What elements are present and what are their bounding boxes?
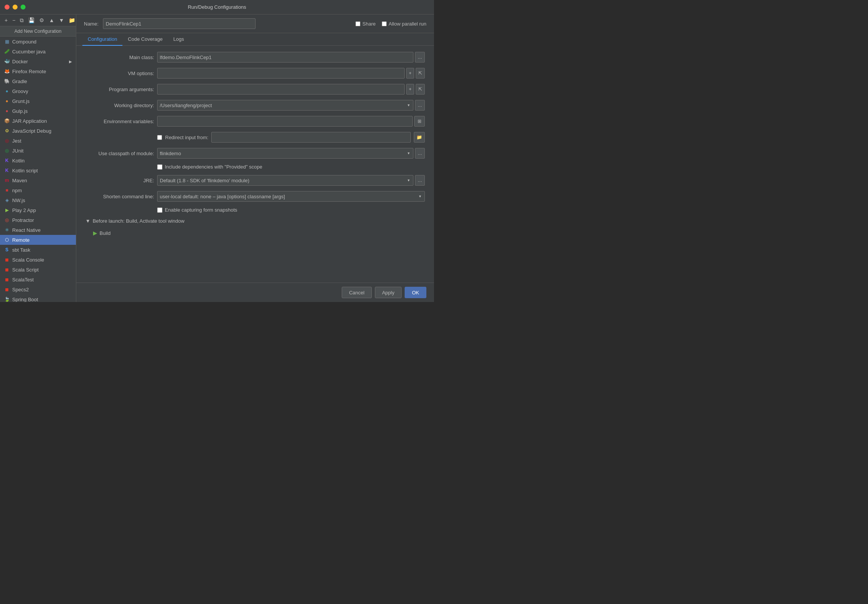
sidebar-item-docker[interactable]: 🐳 Docker ▶ [0,56,76,66]
include-deps-label[interactable]: Include dependencies with "Provided" sco… [157,164,262,170]
classpath-select[interactable]: flinkdemo [157,148,413,159]
env-vars-edit-btn[interactable]: ⊞ [414,116,425,127]
sidebar-item-play2[interactable]: ▶ Play 2 App [0,205,76,215]
cucumber-icon: 🥒 [4,48,10,55]
minimize-button[interactable] [13,5,18,10]
sidebar-item-groovy[interactable]: ● Groovy [0,86,76,96]
remove-config-btn[interactable]: − [11,17,17,24]
jar-icon: 📦 [4,118,10,124]
sidebar-item-label: Docker [12,59,28,64]
config-name-input[interactable] [103,18,256,29]
classpath-browse-btn[interactable]: … [415,148,425,159]
before-launch-toggle[interactable]: ▼ [85,218,90,224]
sidebar-item-label: Kotlin [12,158,25,164]
sidebar-item-scalaconsole[interactable]: ◼ Scala Console [0,255,76,265]
specs2-icon: ◼ [4,286,10,292]
maximize-button[interactable] [21,5,26,10]
working-dir-browse-btn[interactable]: … [415,100,425,111]
sidebar-item-kotlinscript[interactable]: K Kotlin script [0,165,76,175]
sidebar-item-specs2[interactable]: ◼ Specs2 [0,284,76,294]
main-class-browse-btn[interactable]: … [415,52,425,63]
sidebar-item-label: Gulp.js [12,108,27,114]
sidebar-item-grunt[interactable]: ● Grunt.js [0,96,76,106]
snapshots-checkbox[interactable] [157,207,162,213]
sidebar-item-protractor[interactable]: ◎ Protractor [0,215,76,225]
shorten-select[interactable]: user-local default: none – java [options… [157,191,425,202]
sidebar-item-label: Scala Console [12,257,44,263]
sidebar-item-react[interactable]: ⚛ React Native [0,225,76,235]
form-area: Main class: … VM options: + ⇱ Program ar… [76,46,434,283]
redirect-label: Redirect input from: [165,135,208,140]
sidebar-item-junit[interactable]: ◎ JUnit [0,146,76,156]
sidebar-item-maven[interactable]: m Maven [0,175,76,185]
jre-label: JRE: [85,178,154,183]
sidebar-item-jsdebug[interactable]: ⚙ JavaScript Debug [0,126,76,136]
tab-configuration[interactable]: Configuration [82,33,122,46]
vm-browse-btn[interactable]: ⇱ [416,68,425,79]
build-icon: ▶ [93,230,97,236]
sidebar-item-label: Grunt.js [12,98,30,104]
program-args-row: Program arguments: + ⇱ [85,84,425,95]
settings-btn[interactable]: ⚙ [38,17,46,24]
sidebar-item-nw[interactable]: ◈ NW.js [0,195,76,205]
classpath-row: Use classpath of module: flinkdemo … [85,148,425,159]
include-deps-checkbox[interactable] [157,164,162,170]
snapshots-label[interactable]: Enable capturing form snapshots [157,207,237,213]
apply-button[interactable]: Apply [375,287,402,298]
folder-btn[interactable]: 📁 [67,17,76,24]
add-config-btn[interactable]: + [3,17,9,24]
program-args-input[interactable] [157,84,405,95]
move-up-btn[interactable]: ▲ [47,17,56,24]
sidebar-item-gradle[interactable]: 🐘 Gradle [0,76,76,86]
ok-button[interactable]: OK [405,287,426,298]
vm-expand-btn[interactable]: + [406,68,414,79]
sidebar-item-compound[interactable]: ▦ Compound [0,37,76,47]
share-checkbox-label[interactable]: Share [355,21,376,27]
sidebar-item-scalatest[interactable]: ◼ ScalaTest [0,275,76,284]
parallel-checkbox[interactable] [382,21,387,26]
move-down-btn[interactable]: ▼ [57,17,66,24]
tab-codecoverage[interactable]: Code Coverage [122,33,168,46]
parallel-checkbox-label[interactable]: Allow parallel run [382,21,426,27]
redirect-input[interactable] [211,132,411,143]
add-new-section[interactable]: Add New Configuration [0,26,76,37]
tab-logs[interactable]: Logs [168,33,189,46]
jest-icon: ◎ [4,138,10,144]
sidebar-item-springboot[interactable]: 🍃 Spring Boot [0,294,76,302]
sidebar-item-jar[interactable]: 📦 JAR Application [0,116,76,126]
copy-config-btn[interactable]: ⧉ [18,17,25,24]
redirect-checkbox[interactable] [157,135,162,140]
sidebar-item-kotlin[interactable]: K Kotlin [0,156,76,165]
close-button[interactable] [5,5,10,10]
sidebar-item-gulp[interactable]: ● Gulp.js [0,106,76,116]
share-checkbox[interactable] [355,21,360,26]
sidebar-item-label: Compound [12,39,37,45]
sidebar-item-sbt[interactable]: S sbt Task [0,245,76,255]
main-class-input[interactable] [157,52,413,63]
jre-browse-btn[interactable]: … [415,175,425,186]
config-tabs: Configuration Code Coverage Logs [76,33,434,46]
args-browse-btn[interactable]: ⇱ [416,84,425,95]
sidebar: + − ⧉ 💾 ⚙ ▲ ▼ 📁 ⇅ Add New Configuration … [0,14,76,302]
env-vars-input[interactable] [157,116,413,127]
jre-select[interactable]: Default (1.8 - SDK of 'flinkdemo' module… [157,175,413,186]
redirect-browse-btn[interactable]: 📁 [414,132,425,143]
sidebar-item-cucumber[interactable]: 🥒 Cucumber java [0,47,76,56]
vm-options-input[interactable] [157,68,405,79]
cancel-button[interactable]: Cancel [342,287,371,298]
main-container: + − ⧉ 💾 ⚙ ▲ ▼ 📁 ⇅ Add New Configuration … [0,14,434,302]
save-config-btn[interactable]: 💾 [27,17,36,24]
sidebar-item-scalascript[interactable]: ◼ Scala Script [0,265,76,275]
vm-options-label: VM options: [85,71,154,76]
args-expand-btn[interactable]: + [406,84,414,95]
npm-icon: ■ [4,187,10,193]
sidebar-item-firefox[interactable]: 🦊 Firefox Remote [0,66,76,76]
sidebar-item-label: npm [12,188,22,193]
sidebar-item-label: JavaScript Debug [12,128,51,134]
sidebar-item-label: Jest [12,138,21,144]
sidebar-item-jest[interactable]: ◎ Jest [0,136,76,146]
working-dir-input[interactable] [157,100,413,111]
sidebar-item-label: Firefox Remote [12,69,46,74]
sidebar-item-npm[interactable]: ■ npm [0,185,76,195]
sidebar-item-remote[interactable]: ⬡ Remote [0,235,76,245]
